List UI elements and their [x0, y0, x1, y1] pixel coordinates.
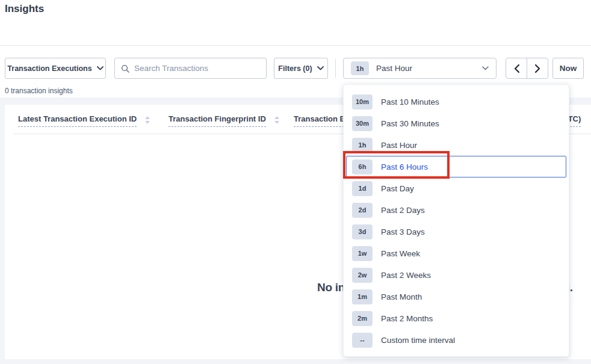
time-option-badge: 2d: [352, 203, 373, 218]
time-range-badge: 1h: [351, 61, 369, 75]
time-option-badge: 1d: [352, 181, 373, 196]
filters-button-label: Filters (0): [278, 64, 312, 73]
search-input[interactable]: [134, 64, 260, 73]
chevron-down-icon: [317, 66, 324, 70]
insights-count: 0 transaction insights: [5, 87, 73, 95]
next-time-button[interactable]: [527, 58, 548, 78]
time-range-dropdown: 10m Past 10 Minutes 30m Past 30 Minutes …: [343, 84, 569, 357]
time-option[interactable]: 1m Past Month: [346, 286, 566, 307]
time-option-badge: 1h: [352, 138, 373, 153]
chevron-left-icon: [514, 64, 519, 73]
search-box: [114, 58, 267, 79]
time-option-badge: 30m: [352, 116, 373, 131]
time-option-badge: 1m: [352, 289, 373, 304]
tab-bar: [0, 28, 591, 46]
column-header-label: Transaction Fingerprint ID: [169, 114, 266, 127]
time-option-label: Custom time interval: [381, 336, 455, 345]
insight-type-select[interactable]: Transaction Executions: [5, 58, 106, 79]
time-option-badge: 6h: [352, 159, 373, 174]
time-pager: [506, 58, 548, 79]
time-option-badge: --: [352, 333, 373, 348]
time-option-label: Past 6 Hours: [381, 162, 428, 171]
time-option[interactable]: 1d Past Day: [346, 177, 566, 199]
page-title: Insights: [5, 3, 44, 15]
time-option-label: Past 3 Days: [381, 227, 425, 236]
time-option-label: Past Week: [381, 249, 420, 258]
chevron-down-icon: [482, 66, 489, 70]
time-option-label: Past 2 Months: [381, 314, 433, 323]
sort-icon: [274, 116, 279, 124]
time-option[interactable]: 10m Past 10 Minutes: [346, 91, 566, 113]
time-range-select[interactable]: 1h Past Hour: [343, 58, 497, 79]
now-button[interactable]: Now: [552, 58, 584, 79]
toolbar: Transaction Executions Filters (0) 1h Pa…: [0, 58, 591, 79]
time-option-label: Past 2 Weeks: [381, 271, 431, 280]
time-option-label: Past 2 Days: [381, 206, 425, 215]
time-option-label: Past 30 Minutes: [381, 119, 439, 128]
table-column-header[interactable]: Transaction Fingerprint ID: [169, 114, 279, 127]
search-icon: [121, 64, 129, 73]
toolbar-divider: [335, 59, 336, 78]
time-option[interactable]: 1w Past Week: [346, 242, 566, 264]
prev-time-button[interactable]: [506, 58, 527, 78]
time-option-badge: 10m: [352, 94, 373, 110]
time-option[interactable]: 3d Past 3 Days: [346, 221, 566, 242]
time-option[interactable]: 2d Past 2 Days: [346, 199, 566, 221]
time-option[interactable]: 6h Past 6 Hours: [346, 156, 566, 177]
chevron-down-icon: [97, 66, 104, 70]
time-option-label: Past 10 Minutes: [381, 97, 439, 106]
time-option[interactable]: 30m Past 30 Minutes: [346, 113, 566, 134]
chevron-right-icon: [535, 64, 540, 73]
time-option-badge: 2m: [352, 311, 373, 326]
filters-button[interactable]: Filters (0): [274, 58, 328, 79]
insight-type-select-label: Transaction Executions: [7, 64, 91, 73]
time-option-label: Past Month: [381, 292, 422, 301]
time-option-badge: 2w: [352, 268, 373, 283]
time-option-badge: 3d: [352, 224, 373, 239]
sort-icon: [145, 116, 150, 124]
page-header: Insights Transaction Executions Filters …: [0, 0, 591, 97]
time-option[interactable]: -- Custom time interval: [346, 329, 566, 351]
time-option-badge: 1w: [352, 246, 373, 261]
column-header-label: Latest Transaction Execution ID: [18, 114, 137, 127]
time-option[interactable]: 1h Past Hour: [346, 134, 566, 156]
time-option[interactable]: 2w Past 2 Weeks: [346, 264, 566, 286]
now-button-label: Now: [560, 64, 577, 73]
time-range-label: Past Hour: [376, 64, 412, 73]
time-option-label: Past Hour: [381, 141, 417, 150]
time-option-label: Past Day: [381, 184, 414, 193]
time-option[interactable]: 2m Past 2 Months: [346, 307, 566, 329]
table-column-header[interactable]: Latest Transaction Execution ID: [18, 114, 150, 127]
